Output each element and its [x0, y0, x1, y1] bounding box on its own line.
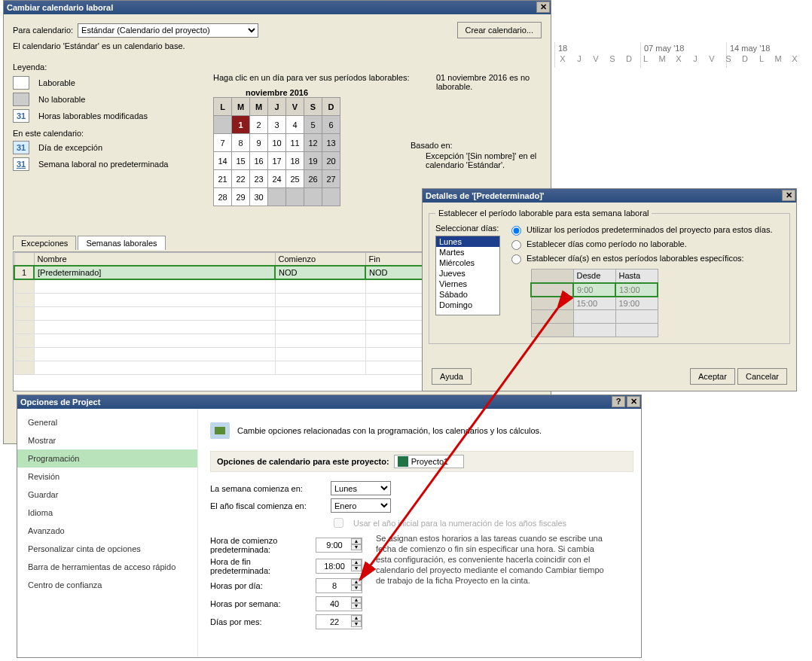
nav-general[interactable]: General [17, 413, 197, 431]
col-start: Comienzo [275, 253, 365, 267]
week-start-select[interactable]: Lunes [331, 481, 391, 495]
gantt-day: X [554, 54, 571, 63]
end-hour-spinner[interactable]: ▲▼ [316, 559, 362, 574]
legend-exc-icon: 31 [13, 141, 29, 154]
nav-trust[interactable]: Centro de confianza [17, 576, 197, 594]
tab-workweeks[interactable]: Semanas laborales [78, 236, 165, 250]
chevron-up-icon[interactable]: ▲ [351, 615, 362, 621]
date-status: 01 noviembre 2016 es no laborable. [436, 73, 551, 91]
for-calendar-select[interactable]: Estándar (Calendario del proyecto) [78, 23, 258, 38]
nav-save[interactable]: Guardar [17, 486, 197, 504]
hours-week-spinner[interactable]: ▲▼ [316, 596, 362, 611]
day-martes[interactable]: Martes [436, 247, 499, 257]
nav-display[interactable]: Mostrar [17, 431, 197, 449]
tab-exceptions[interactable]: Excepciones [13, 236, 76, 250]
radio-use-default[interactable] [511, 226, 521, 236]
schedule-note: Se asignan estos horarios a las tareas c… [376, 533, 609, 586]
chevron-down-icon[interactable]: ▼ [351, 585, 362, 591]
workweek-period-fieldset: Establecer el período laborable para est… [429, 209, 790, 344]
radio-nonworking[interactable] [511, 240, 521, 250]
day-domingo[interactable]: Domingo [436, 300, 499, 310]
radio-specific-label: Establecer día(s) en estos períodos labo… [527, 254, 744, 263]
gantt-day: S [720, 54, 737, 63]
chevron-down-icon[interactable]: ▼ [351, 565, 362, 571]
working-times-grid[interactable]: DesdeHasta 9:0013:00 15:0019:00 [530, 269, 658, 337]
time-row[interactable]: 9:0013:00 [531, 283, 658, 297]
nav-advanced[interactable]: Avanzado [17, 522, 197, 540]
day-sabado[interactable]: Sábado [436, 289, 499, 300]
legend-title: Leyenda: [13, 62, 201, 72]
hours-week-label: Horas por semana: [210, 599, 308, 608]
help-button[interactable]: Ayuda [432, 368, 472, 385]
time-row[interactable]: 15:0019:00 [531, 297, 658, 310]
gantt-day: J [571, 54, 588, 63]
dlg3-titlebar[interactable]: Opciones de Project ? ✕ [17, 395, 641, 409]
nav-review[interactable]: Revisión [17, 468, 197, 486]
nav-ribbon[interactable]: Personalizar cinta de opciones [17, 540, 197, 558]
create-calendar-button[interactable]: Crear calendario... [457, 22, 542, 38]
chevron-up-icon[interactable]: ▲ [351, 538, 362, 544]
hours-day-spinner[interactable]: ▲▼ [316, 578, 362, 593]
cal-day-sel[interactable]: 1 [232, 116, 250, 134]
day-miercoles[interactable]: Miércoles [436, 257, 499, 268]
options-heading: Cambie opciones relacionadas con la prog… [237, 426, 542, 435]
gantt-day: X [670, 54, 687, 63]
day-viernes[interactable]: Viernes [436, 279, 499, 289]
project-select[interactable]: Proyecto1 [394, 455, 465, 468]
based-on-text: Excepción '[Sin nombre]' en el calendari… [426, 151, 546, 169]
nav-lang[interactable]: Idioma [17, 504, 197, 522]
legend-nowork: No laborable [38, 95, 85, 104]
end-hour-label: Hora de fin predeterminada: [210, 557, 308, 575]
options-nav: General Mostrar Programación Revisión Gu… [17, 409, 198, 657]
time-row[interactable] [531, 324, 658, 337]
dlg3-title: Opciones de Project [20, 395, 100, 409]
fiscal-select[interactable]: Enero [331, 498, 391, 513]
legend-work: Laborable [38, 78, 75, 87]
from-1: 9:00 [573, 283, 615, 297]
month-calendar[interactable]: noviembre 2016 L M M J V S D 123456 7891… [213, 88, 340, 206]
for-calendar-label: Para calendario: [13, 26, 73, 35]
gantt-day: V [588, 54, 604, 63]
chevron-down-icon[interactable]: ▼ [351, 544, 362, 550]
ok-button[interactable]: Aceptar [690, 368, 735, 385]
chevron-down-icon[interactable]: ▼ [351, 603, 362, 609]
select-days-label: Seleccionar días: [435, 224, 500, 233]
cal-table[interactable]: L M M J V S D 123456 78910111213 1415161… [213, 97, 340, 206]
day-jueves[interactable]: Jueves [436, 268, 499, 279]
legend-nondefault-week: Semana laboral no predeterminada [38, 160, 168, 169]
legend-mod-icon: 31 [13, 109, 29, 123]
start-hour-spinner[interactable]: ▲▼ [316, 538, 362, 553]
dlg2-title: Detalles de '[Predeterminado]' [426, 189, 544, 203]
radio-specific[interactable] [511, 254, 521, 264]
chevron-up-icon[interactable]: ▲ [351, 579, 362, 585]
dlg1-titlebar[interactable]: Cambiar calendario laboral ✕ [4, 1, 551, 14]
chevron-up-icon[interactable]: ▲ [351, 597, 362, 603]
chevron-down-icon[interactable]: ▼ [351, 621, 362, 627]
gantt-day: V [704, 54, 720, 63]
details-dialog: Detalles de '[Predeterminado]' ✕ Estable… [422, 188, 797, 391]
row-name: [Predeterminado] [34, 266, 275, 279]
cal-wd: J [268, 98, 286, 116]
days-list[interactable]: Lunes Martes Miércoles Jueves Viernes Sá… [435, 236, 500, 315]
cal-wd: M [232, 98, 250, 116]
close-icon[interactable]: ✕ [782, 190, 795, 201]
time-row[interactable] [531, 310, 658, 324]
cancel-button[interactable]: Cancelar [737, 368, 787, 385]
legend-modified: Horas laborables modificadas [38, 111, 148, 120]
project-icon [398, 456, 408, 467]
dlg1-title: Cambiar calendario laboral [7, 1, 113, 14]
close-icon[interactable]: ✕ [536, 2, 550, 13]
gantt-day: L [637, 54, 654, 63]
nav-schedule[interactable]: Programación [17, 449, 197, 468]
based-on-label: Basado en: [411, 141, 453, 150]
dlg2-titlebar[interactable]: Detalles de '[Predeterminado]' ✕ [423, 189, 796, 203]
help-icon[interactable]: ? [612, 396, 625, 407]
close-icon[interactable]: ✕ [627, 396, 640, 407]
legend-exception: Día de excepción [38, 143, 102, 152]
day-lunes[interactable]: Lunes [436, 236, 499, 247]
nav-qat[interactable]: Barra de herramientas de acceso rápido [17, 558, 197, 576]
days-month-spinner[interactable]: ▲▼ [316, 614, 362, 629]
chevron-up-icon[interactable]: ▲ [351, 559, 362, 565]
legend-week-icon: 31 [13, 157, 29, 171]
to-2: 19:00 [615, 297, 658, 310]
